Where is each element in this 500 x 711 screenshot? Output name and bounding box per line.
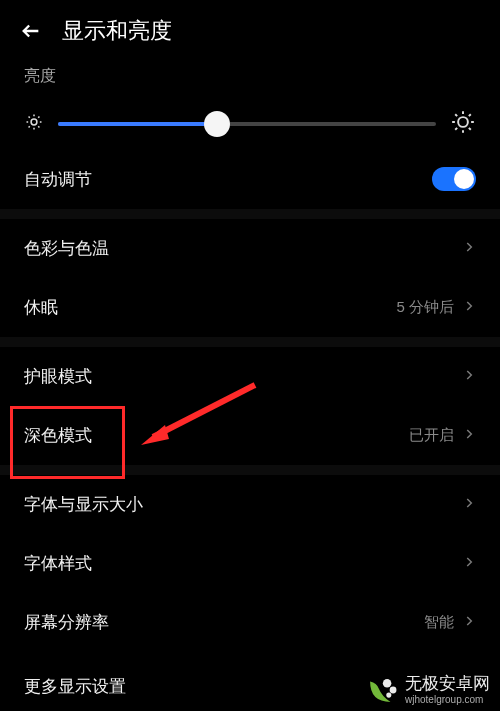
eye-comfort-row[interactable]: 护眼模式 (0, 347, 500, 406)
chevron-right-icon (462, 427, 476, 445)
dark-mode-row[interactable]: 深色模式 已开启 (0, 406, 500, 465)
chevron-right-icon (462, 299, 476, 317)
color-temp-row[interactable]: 色彩与色温 (0, 219, 500, 278)
resolution-row[interactable]: 屏幕分辨率 智能 (0, 593, 500, 652)
sleep-row[interactable]: 休眠 5 分钟后 (0, 278, 500, 337)
svg-point-1 (458, 117, 468, 127)
chevron-right-icon (462, 368, 476, 386)
font-display-size-row[interactable]: 字体与显示大小 (0, 475, 500, 534)
svg-point-0 (31, 119, 37, 125)
auto-brightness-toggle[interactable] (432, 167, 476, 191)
chevron-right-icon (462, 240, 476, 258)
sun-large-icon (450, 109, 476, 139)
chevron-right-icon (462, 496, 476, 514)
svg-point-5 (386, 693, 391, 698)
font-style-row[interactable]: 字体样式 (0, 534, 500, 593)
auto-brightness-row[interactable]: 自动调节 (0, 149, 500, 209)
watermark: 无极安卓网 wjhotelgroup.com (365, 673, 490, 707)
chevron-right-icon (462, 555, 476, 573)
page-title: 显示和亮度 (62, 16, 172, 46)
brightness-slider[interactable] (58, 122, 436, 126)
svg-point-3 (383, 679, 392, 688)
sun-small-icon (24, 112, 44, 136)
chevron-right-icon (462, 614, 476, 632)
brightness-label: 亮度 (24, 66, 476, 87)
slider-thumb[interactable] (204, 111, 230, 137)
auto-brightness-label: 自动调节 (24, 168, 92, 191)
back-icon[interactable] (20, 20, 42, 42)
watermark-logo-icon (365, 673, 399, 707)
svg-point-4 (390, 687, 397, 694)
